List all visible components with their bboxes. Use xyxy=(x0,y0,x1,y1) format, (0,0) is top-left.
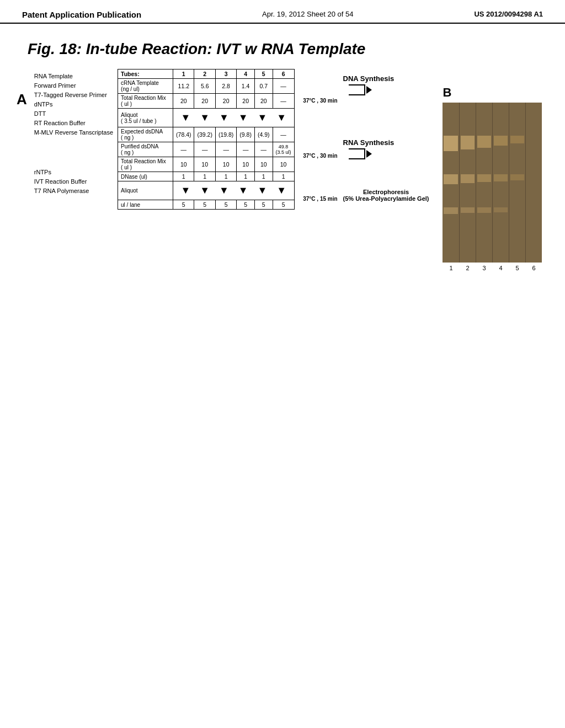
section-b-label: B xyxy=(443,85,542,100)
dna-synthesis-annotation: DNA Synthesis xyxy=(343,74,429,97)
section-b: B xyxy=(443,85,542,271)
table-row: cRNA Template(ng / ul) 11.2 5.6 2.8 1.4 … xyxy=(118,79,295,94)
reagent-list: RNA Template Forward Primer T7-Tagged Re… xyxy=(34,72,113,210)
electrophoresis-annotation: Electrophoresis (5% Urea-Polyacrylamide … xyxy=(343,189,429,202)
gel-image xyxy=(443,103,542,263)
lane-1: 1 xyxy=(449,265,452,271)
temp-label-dna: 37°C , 30 min xyxy=(303,98,337,104)
rna-synthesis-annotation: RNA Synthesis xyxy=(343,138,429,161)
data-table-container: Tubes: 1 2 3 4 5 6 cRNA Template(ng / ul… xyxy=(118,69,295,210)
lane-numbers: 1 2 3 4 5 6 xyxy=(443,265,542,271)
reagent-ivt-buffer: IVT Reaction Buffer xyxy=(34,177,113,186)
annotations-column: DNA Synthesis RNA Synthesis xyxy=(343,69,429,210)
table-row-aliquot-2: Aliquot ▼ ▼ ▼ ▼ ▼ ▼ xyxy=(118,181,295,200)
lane-2: 2 xyxy=(466,265,469,271)
lane-6: 6 xyxy=(532,265,535,271)
table-row: Total Reaction Mix( ul ) 20 20 20 20 20 … xyxy=(118,94,295,109)
page-header: Patent Application Publication Apr. 19, … xyxy=(0,0,565,24)
table-row: Purified dsDNA( ng ) — — — — — 49.8(3.5 … xyxy=(118,142,295,157)
section-a: A RNA Template Forward Primer T7-Tagged … xyxy=(17,69,429,271)
reagent-2: Forward Primer xyxy=(34,81,113,90)
table-row-aliquot-1: Aliquot( 3.5 ul / tube ) ▼ ▼ ▼ ▼ ▼ ▼ xyxy=(118,109,295,127)
lane-4: 4 xyxy=(499,265,502,271)
temp-label-rna: 37°C , 30 min xyxy=(303,153,337,159)
reagent-4: dNTPs xyxy=(34,100,113,109)
lane-5: 5 xyxy=(515,265,519,271)
experiment-table: Tubes: 1 2 3 4 5 6 cRNA Template(ng / ul… xyxy=(118,69,295,210)
lane-3: 3 xyxy=(482,265,486,271)
section-a-label: A xyxy=(17,91,27,210)
reagent-7: M-MLV Reverse Tanscriptase xyxy=(34,128,113,137)
additional-reagents: rNTPs IVT Reaction Buffer T7 RNA Polymer… xyxy=(34,168,113,196)
table-row-dnase: DNase (ul) 1 1 1 1 1 1 xyxy=(118,172,295,181)
electrophoresis-label: Electrophoresis (5% Urea-Polyacrylamide … xyxy=(343,189,429,202)
reagent-6: RT Reaction Buffer xyxy=(34,119,113,128)
reagent-1: RNA Template xyxy=(34,72,113,81)
patent-number: US 2012/0094298 A1 xyxy=(474,10,543,18)
reagent-t7-polymerase: T7 RNA Polymerase xyxy=(34,186,113,196)
figure-title: Fig. 18: In-tube Reaction: IVT w RNA Tem… xyxy=(0,24,565,58)
publication-label: Patent Application Publication xyxy=(22,10,141,19)
rna-synthesis-label: RNA Synthesis xyxy=(343,138,429,147)
table-row-ul-lane: ul / lane 5 5 5 5 5 5 xyxy=(118,200,295,210)
table-row: Expected dsDNA( ng ) (78.4) (39.2) (19.8… xyxy=(118,127,295,142)
reagent-3: T7-Tagged Reverse Primer xyxy=(34,90,113,100)
temp-label-dnase: 37°C , 15 min xyxy=(303,196,337,202)
sheet-info: Apr. 19, 2012 Sheet 20 of 54 xyxy=(262,10,354,18)
reagent-rntps: rNTPs xyxy=(34,168,113,177)
reagent-5: DTT xyxy=(34,109,113,119)
table-row: Total Reaction Mix( ul ) 10 10 10 10 10 … xyxy=(118,157,295,172)
dna-synthesis-label: DNA Synthesis xyxy=(343,74,429,83)
